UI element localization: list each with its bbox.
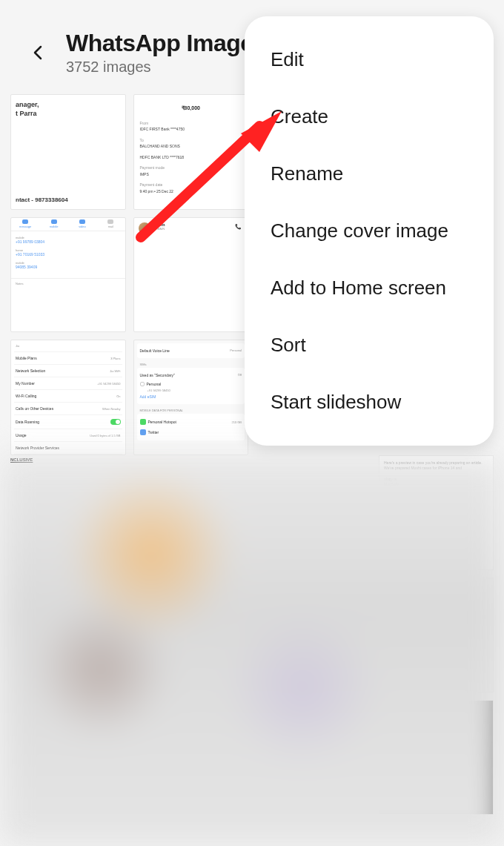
avatar-icon <box>139 222 150 234</box>
menu-slideshow[interactable]: Start slideshow <box>245 374 494 431</box>
back-button[interactable] <box>30 44 47 62</box>
hotspot-icon <box>140 419 146 425</box>
menu-change-cover[interactable]: Change cover image <box>245 202 494 260</box>
receipt-label: To <box>140 137 242 144</box>
menu-add-home[interactable]: Add to Home screen <box>245 260 494 317</box>
receipt-value: 9:40 pm • 25 Dec 22 <box>140 188 242 195</box>
call-icon: 📞 <box>235 224 242 230</box>
toggle-icon <box>110 419 121 425</box>
blurred-content <box>0 455 504 846</box>
context-menu: Edit Create Rename Change cover image Ad… <box>245 16 494 446</box>
menu-sort[interactable]: Sort <box>245 317 494 374</box>
mail-icon <box>107 219 113 224</box>
video-icon <box>79 219 85 224</box>
thumbnail-item[interactable]: anager, t Parra ntact - 9873338604 <box>10 94 126 210</box>
receipt-amount: ₹80,000 <box>140 104 242 113</box>
thumbnail-item[interactable]: Default Voice LinePersonal SIMs Used as … <box>133 340 249 455</box>
receipt-label: Payment date <box>140 182 242 188</box>
menu-edit[interactable]: Edit <box>245 31 494 88</box>
thumbnail-item[interactable]: Mom ● MAIN 📞 <box>133 217 249 333</box>
receipt-value: HDFC BANK LTD ****7618 <box>140 154 242 161</box>
sim-icon <box>140 382 145 386</box>
thumbnail-item[interactable]: ₹80,000 From IDFC FIRST Bank ****4750 To… <box>133 94 249 210</box>
thumbnail-item[interactable]: Jio Mobile Plans3 Plans Network Selectio… <box>10 340 126 455</box>
menu-create[interactable]: Create <box>245 88 494 145</box>
receipt-value: BALCHAND AND SONS <box>140 143 242 150</box>
receipt-value: IDFC FIRST Bank ****4750 <box>140 126 242 133</box>
card-contact: ntact - 9873338604 <box>16 196 121 203</box>
receipt-value: IMPS <box>140 171 242 178</box>
back-arrow-icon <box>30 43 47 62</box>
card-text: t Parra <box>16 110 121 119</box>
message-icon <box>22 219 28 224</box>
card-text: anager, <box>16 101 121 110</box>
receipt-label: Payment mode <box>140 165 242 171</box>
twitter-icon <box>140 429 146 435</box>
thumbnail-item[interactable]: message mobile video mail mobile +91 997… <box>10 217 126 333</box>
receipt-label: From <box>140 120 242 127</box>
menu-rename[interactable]: Rename <box>245 145 494 202</box>
phone-icon <box>51 219 57 224</box>
